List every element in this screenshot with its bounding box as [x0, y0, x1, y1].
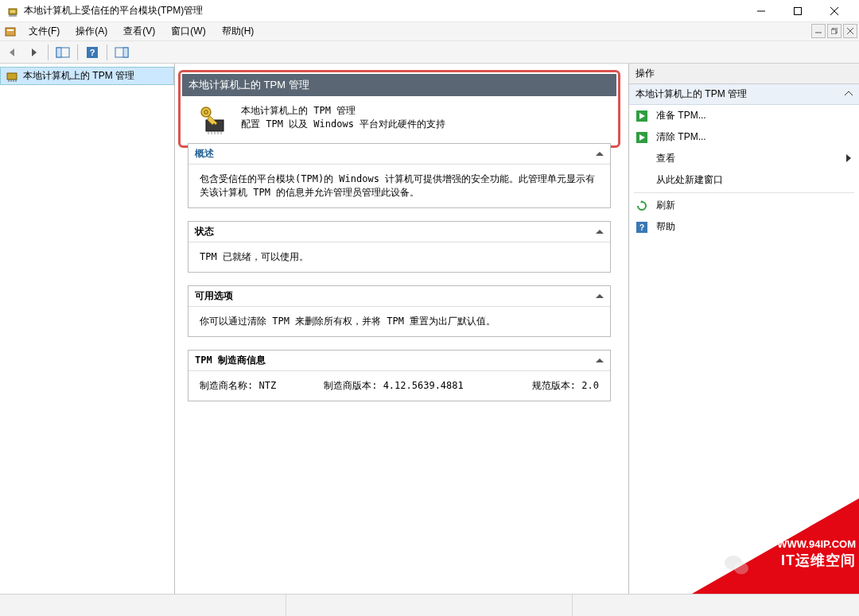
nav-item-label: 本地计算机上的 TPM 管理	[23, 69, 134, 83]
intro-line2: 配置 TPM 以及 Windows 平台对此硬件的支持	[241, 118, 445, 131]
section-status: 状态 TPM 已就绪，可以使用。	[188, 221, 611, 273]
toolbar-separator	[48, 45, 49, 60]
action-clear-tpm[interactable]: 清除 TPM...	[629, 126, 859, 148]
svg-rect-23	[123, 48, 128, 57]
show-hide-actions-pane-button[interactable]	[112, 43, 131, 62]
show-hide-console-tree-button[interactable]	[53, 43, 72, 62]
mfg-version-label: 制造商版本:	[324, 380, 377, 391]
submenu-caret-icon	[846, 153, 853, 165]
action-label: 查看	[656, 152, 675, 165]
svg-rect-19	[56, 48, 61, 57]
svg-text:?: ?	[639, 223, 644, 232]
actions-group-title: 本地计算机上的 TPM 管理	[636, 87, 747, 101]
toolbar-separator	[77, 45, 78, 60]
collapse-caret-icon	[596, 152, 604, 156]
watermark-text: WWW.94IP.COM IT运维空间	[777, 538, 856, 570]
tpm-chip-icon	[6, 5, 19, 17]
window-title: 本地计算机上受信任的平台模块(TPM)管理	[24, 4, 203, 17]
action-help[interactable]: ? 帮助	[629, 216, 859, 238]
svg-point-42	[734, 563, 748, 575]
nav-item-tpm-management[interactable]: 本地计算机上的 TPM 管理	[0, 67, 174, 85]
mfg-version-value: 4.12.5639.4881	[383, 380, 464, 391]
play-green-icon	[636, 131, 648, 144]
svg-rect-1	[10, 10, 15, 13]
spec-version-value: 2.0	[581, 380, 599, 391]
help-button[interactable]: ?	[83, 43, 102, 62]
content-pane: 本地计算机上的 TPM 管理 本地计算机上的 TPM 管理 配置 TPM 以及 …	[175, 64, 628, 594]
help-icon: ?	[636, 221, 648, 234]
mdi-restore-button[interactable]	[827, 24, 842, 38]
svg-text:?: ?	[90, 48, 95, 57]
section-options-body: 你可以通过清除 TPM 来删除所有权，并将 TPM 重置为出厂默认值。	[189, 307, 610, 336]
section-overview-body: 包含受信任的平台模块(TPM)的 Windows 计算机可提供增强的安全功能。此…	[189, 165, 610, 207]
action-label: 刷新	[656, 199, 675, 212]
svg-rect-11	[6, 28, 15, 36]
blank-icon	[636, 153, 648, 165]
action-prepare-tpm[interactable]: 准备 TPM...	[629, 105, 859, 126]
action-refresh[interactable]: 刷新	[629, 195, 859, 216]
action-label: 清除 TPM...	[656, 130, 706, 144]
spec-version: 规范版本: 2.0	[532, 379, 599, 393]
section-status-header[interactable]: 状态	[189, 222, 610, 242]
blank-icon	[636, 174, 648, 187]
watermark-url: WWW.94IP.COM	[777, 538, 856, 552]
mfg-name-value: NTZ	[258, 380, 276, 391]
intro-line1: 本地计算机上的 TPM 管理	[241, 104, 445, 118]
mdi-window-controls	[810, 24, 857, 38]
collapse-caret-icon	[596, 294, 604, 298]
collapse-up-icon	[845, 89, 853, 100]
key-chip-icon	[196, 104, 228, 136]
menu-help[interactable]: 帮助(H)	[214, 22, 262, 41]
svg-rect-24	[7, 73, 17, 79]
forward-button[interactable]	[24, 43, 43, 62]
menu-operation[interactable]: 操作(A)	[68, 22, 115, 41]
menu-file[interactable]: 文件(F)	[21, 22, 68, 41]
taskbar	[0, 594, 859, 616]
action-view-submenu[interactable]: 查看	[629, 148, 859, 169]
minimize-button[interactable]	[743, 0, 779, 22]
action-label: 从此处新建窗口	[656, 173, 723, 187]
menu-window[interactable]: 窗口(W)	[163, 22, 213, 41]
back-button[interactable]	[3, 43, 22, 62]
svg-rect-12	[7, 29, 14, 31]
mfg-name-label: 制造商名称:	[200, 380, 253, 391]
intro-block: 本地计算机上的 TPM 管理 配置 TPM 以及 Windows 平台对此硬件的…	[182, 96, 616, 144]
taskbar-item[interactable]	[0, 595, 286, 616]
tpm-chip-icon	[6, 70, 18, 83]
section-status-body: TPM 已就绪，可以使用。	[189, 242, 610, 272]
svg-rect-15	[831, 29, 836, 34]
annotation-highlight: 本地计算机上的 TPM 管理 本地计算机上的 TPM 管理 配置 TPM 以及 …	[178, 70, 620, 148]
collapse-caret-icon	[596, 358, 604, 362]
section-overview-header[interactable]: 概述	[189, 144, 610, 165]
actions-separator	[634, 192, 854, 193]
section-options-header[interactable]: 可用选项	[189, 286, 610, 307]
toolbar: ?	[0, 41, 859, 64]
section-manufacturer-title: TPM 制造商信息	[195, 354, 266, 367]
maximize-button[interactable]	[779, 0, 816, 22]
refresh-icon	[636, 200, 648, 212]
action-label: 准备 TPM...	[656, 109, 706, 122]
taskbar-item[interactable]	[286, 595, 573, 616]
section-manufacturer: TPM 制造商信息 制造商名称: NTZ 制造商版本: 4.12.5639.48…	[188, 350, 611, 401]
spec-version-label: 规范版本:	[532, 380, 576, 391]
menubar: 文件(F) 操作(A) 查看(V) 窗口(W) 帮助(H)	[0, 22, 859, 41]
close-button[interactable]	[816, 0, 853, 22]
section-manufacturer-body: 制造商名称: NTZ 制造商版本: 4.12.5639.4881 规范版本: 2…	[189, 371, 610, 401]
mfg-version: 制造商版本: 4.12.5639.4881	[324, 379, 464, 393]
intro-text: 本地计算机上的 TPM 管理 配置 TPM 以及 Windows 平台对此硬件的…	[241, 104, 445, 131]
mfg-name: 制造商名称: NTZ	[200, 379, 276, 393]
collapse-caret-icon	[596, 230, 604, 234]
watermark-brand: IT运维空间	[777, 552, 856, 570]
mmc-console-icon	[3, 25, 17, 39]
actions-group-header[interactable]: 本地计算机上的 TPM 管理	[629, 84, 859, 105]
action-new-window[interactable]: 从此处新建窗口	[629, 169, 859, 191]
navigation-pane: 本地计算机上的 TPM 管理	[0, 64, 175, 594]
mdi-minimize-button[interactable]	[811, 24, 826, 38]
content-header-title: 本地计算机上的 TPM 管理	[189, 79, 309, 91]
mdi-close-button[interactable]	[843, 24, 857, 38]
section-status-title: 状态	[195, 225, 214, 238]
section-manufacturer-header[interactable]: TPM 制造商信息	[189, 351, 610, 371]
actions-pane-title: 操作	[629, 64, 859, 84]
action-label: 帮助	[656, 220, 675, 234]
menu-view[interactable]: 查看(V)	[115, 22, 163, 41]
